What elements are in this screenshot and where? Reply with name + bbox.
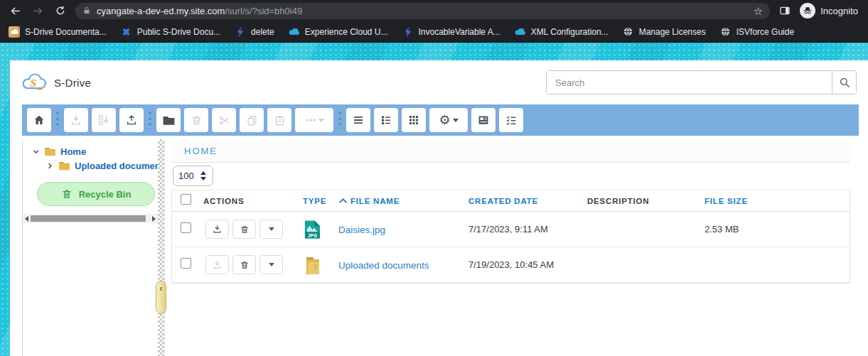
stepper-up-button[interactable] — [200, 171, 206, 175]
bookmark-item[interactable]: delete — [235, 26, 274, 38]
more-actions-button[interactable] — [295, 108, 333, 132]
bookmark-item[interactable]: ✖ Public S-Drive Docu... — [121, 26, 220, 38]
forward-button[interactable] — [30, 3, 45, 18]
search-input[interactable] — [547, 71, 832, 94]
list-view-button[interactable] — [346, 108, 370, 132]
tree-item-home[interactable]: Home — [23, 144, 158, 158]
home-button[interactable] — [27, 108, 51, 132]
tree-item-label: Uploaded documents — [75, 161, 158, 171]
row-more-button[interactable] — [259, 255, 283, 274]
copy-button[interactable] — [240, 108, 264, 132]
chevron-down-icon[interactable] — [32, 148, 40, 156]
recycle-bin-button[interactable]: Recycle Bin — [37, 182, 155, 206]
url-domain: cyangate-a-dev-ed.my.site.com — [97, 6, 225, 16]
trash-icon — [61, 188, 73, 200]
row-checkbox[interactable] — [181, 222, 191, 233]
grid-view-button[interactable] — [402, 108, 426, 132]
bookmark-item[interactable]: ISVforce Guide — [720, 26, 794, 38]
column-header-type[interactable]: TYPE — [303, 197, 338, 205]
scroll-left-icon[interactable] — [25, 216, 28, 222]
workspace: Home Uploaded documents Recycle Bin — [10, 139, 868, 356]
column-header-actions: ACTIONS — [200, 197, 303, 205]
sdrive-favicon-icon — [9, 26, 20, 38]
settings-button[interactable]: ⚙ — [429, 108, 468, 132]
cloud-icon — [515, 26, 526, 38]
row-delete-button[interactable] — [232, 220, 256, 239]
search-icon — [838, 76, 851, 89]
bookmark-star-icon[interactable]: ☆ — [754, 6, 763, 16]
paste-button[interactable] — [267, 108, 291, 132]
file-size-cell: 2.53 MB — [704, 224, 850, 234]
url-text: cyangate-a-dev-ed.my.site.com/surl/s/?si… — [97, 6, 748, 16]
side-panel-button[interactable] — [777, 3, 793, 18]
bookmark-item[interactable]: S-Drive Documenta... — [9, 26, 107, 38]
splitter-handle[interactable]: ‹ — [156, 281, 166, 314]
incognito-label: Incognito — [820, 6, 858, 16]
browser-toolbar: cyangate-a-dev-ed.my.site.com/surl/s/?si… — [0, 0, 868, 21]
row-delete-button[interactable] — [232, 255, 256, 274]
scrollbar-thumb[interactable] — [31, 215, 146, 222]
bookmark-item[interactable]: InvocableVariable A... — [402, 26, 500, 38]
scroll-right-icon[interactable] — [152, 216, 156, 222]
svg-text:JPG: JPG — [308, 232, 317, 237]
created-date-cell: 7/17/2023, 9:11 AM — [468, 224, 587, 234]
delete-button[interactable] — [184, 108, 208, 132]
folder-icon — [162, 114, 176, 126]
toolbar-separator — [338, 111, 341, 129]
cloud-icon — [289, 26, 300, 38]
folder-icon — [58, 161, 70, 171]
column-header-description: DESCRIPTION — [587, 197, 704, 205]
copy-icon — [246, 114, 258, 126]
card-view-button[interactable] — [471, 108, 495, 132]
tree-item-uploaded-documents[interactable]: Uploaded documents — [23, 158, 158, 173]
download-button[interactable] — [64, 108, 88, 132]
search-button[interactable] — [832, 71, 856, 94]
toolbar-separator — [56, 111, 59, 129]
splitter-bar[interactable]: ‹ — [158, 139, 164, 356]
file-name-link[interactable]: Uploaded documents — [338, 260, 429, 271]
globe-icon — [623, 26, 634, 38]
url-bar[interactable]: cyangate-a-dev-ed.my.site.com/surl/s/?si… — [75, 3, 770, 19]
file-name-link[interactable]: Daisies.jpg — [338, 225, 385, 235]
toolbar-separator — [149, 111, 151, 129]
bookmark-item[interactable]: XML Configuration... — [515, 26, 609, 38]
stepper-down-button[interactable] — [200, 177, 206, 180]
scissors-icon — [218, 114, 230, 126]
sdrive-logo-icon: S — [21, 73, 47, 92]
collapse-left-icon: ‹ — [159, 284, 162, 313]
brand: S S-Drive — [21, 73, 91, 92]
column-header-file-name[interactable]: FILE NAME — [338, 197, 468, 205]
row-download-button[interactable] — [205, 255, 229, 274]
list-view-icon — [352, 114, 365, 126]
back-button[interactable] — [7, 3, 23, 18]
row-checkbox[interactable] — [181, 258, 191, 269]
bookmark-item[interactable]: Manage Licenses — [623, 26, 706, 38]
batch-download-button[interactable] — [92, 108, 116, 132]
file-toolbar: ⚙ — [22, 104, 859, 136]
breadcrumb-home-link[interactable]: HOME — [184, 146, 218, 156]
trash-icon — [191, 114, 203, 126]
folder-icon — [304, 256, 321, 274]
lock-icon — [82, 6, 91, 16]
page-size-input[interactable] — [178, 171, 197, 181]
chevron-down-icon — [318, 119, 324, 122]
cut-button[interactable] — [212, 108, 236, 132]
checklist-view-button[interactable] — [499, 108, 523, 132]
incognito-badge[interactable]: Incognito — [800, 3, 861, 18]
select-all-checkbox[interactable] — [181, 194, 191, 205]
tree-horizontal-scrollbar[interactable] — [23, 214, 158, 223]
refresh-button[interactable] — [53, 3, 68, 18]
app-title: S-Drive — [54, 77, 91, 89]
bookmark-item[interactable]: Experience Cloud U... — [289, 26, 388, 38]
column-header-file-size[interactable]: FILE SIZE — [704, 197, 850, 205]
column-header-created-date[interactable]: CREATED DATE — [468, 197, 587, 205]
row-more-button[interactable] — [259, 220, 283, 239]
detail-view-button[interactable] — [374, 108, 398, 132]
file-list-panel: HOME ACTIONS TYPE FILE NAME CREA — [164, 139, 868, 356]
page-size-stepper — [173, 166, 213, 186]
new-folder-button[interactable] — [156, 108, 181, 132]
chevron-right-icon[interactable] — [46, 162, 54, 170]
upload-button[interactable] — [119, 108, 144, 132]
upload-icon — [125, 114, 138, 126]
row-download-button[interactable] — [205, 220, 229, 239]
